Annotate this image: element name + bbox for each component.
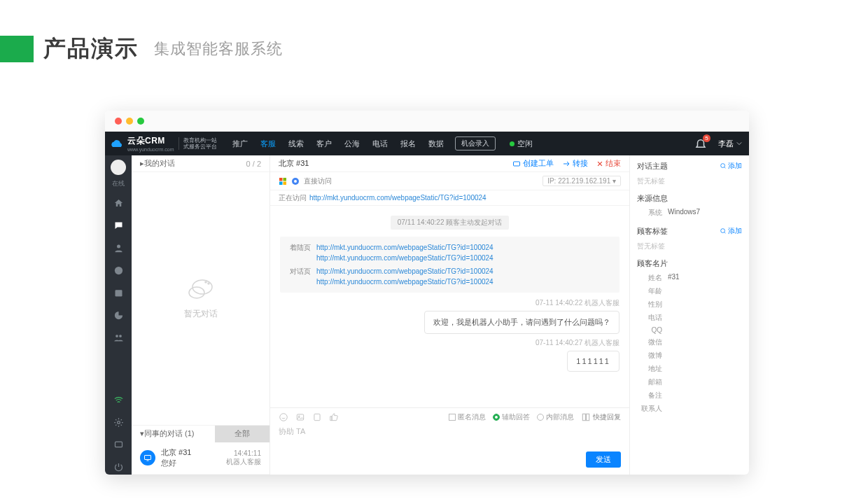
rail-group[interactable] (111, 330, 126, 345)
nav-tab[interactable]: 电话 (372, 139, 388, 149)
nav-tab[interactable]: 线索 (288, 139, 304, 149)
message-bubble: 111111 (567, 351, 620, 372)
event-pill: 07/11 14:40:22 顾客主动发起对话 (391, 216, 510, 230)
rail-person[interactable] (111, 240, 126, 255)
transfer-button[interactable]: 转接 (562, 158, 588, 169)
svg-rect-6 (115, 442, 122, 447)
window-titlebar (105, 111, 749, 132)
chat-header: 北京 #31 创建工单 转接 结束 (270, 155, 629, 172)
attachment-icon[interactable] (312, 412, 322, 422)
online-label: 在线 (112, 179, 125, 188)
timestamp: 07-11 14:40:27 机器人客服 (280, 338, 620, 348)
page-link[interactable]: http://mkt.yunduocrm.com/webpageStatic/T… (316, 254, 493, 262)
page-link[interactable]: http://mkt.yunduocrm.com/webpageStatic/T… (316, 278, 493, 286)
windows-icon (279, 177, 287, 186)
search-plus-icon (720, 162, 727, 169)
notifications-button[interactable]: 5 (694, 137, 707, 150)
chat-bubble-icon (187, 277, 215, 302)
nav-tab[interactable]: 客户 (316, 139, 332, 149)
brand-tagline: 教育机构一站 式服务云平台 (178, 137, 217, 150)
zoom-dot[interactable] (137, 118, 144, 125)
thumbs-up-icon[interactable] (329, 412, 339, 422)
message-list: 07/11 14:40:22 顾客主动发起对话 着陆页http://mkt.yu… (270, 206, 629, 407)
svg-point-9 (205, 281, 206, 283)
rail-settings[interactable] (111, 414, 126, 430)
ip-box[interactable]: IP: 221.219.162.191 ▾ (542, 176, 621, 186)
monitor-icon (140, 450, 155, 465)
ticket-icon (512, 160, 521, 168)
nav-tab[interactable]: 推广 (232, 139, 248, 149)
svg-rect-15 (279, 181, 283, 185)
minimize-dot[interactable] (126, 118, 133, 125)
anon-checkbox[interactable]: 匿名消息 (449, 412, 486, 422)
calendar-icon (113, 288, 124, 298)
rail-chart[interactable] (111, 307, 126, 323)
empty-state: 暂无对话 (132, 172, 270, 425)
info-panel: 对话主题 添加 暂无标签 来源信息 系统Windows7 顾客标签 添加 暂无标… (630, 155, 749, 475)
rail-wifi[interactable] (111, 392, 126, 407)
status-idle[interactable]: 空闲 (510, 139, 533, 149)
rail-help[interactable] (111, 437, 126, 452)
source-title: 来源信息 (637, 193, 742, 204)
rail-power[interactable] (111, 459, 126, 475)
colleague-conv-header[interactable]: ▾ 同事的对话 (1) 全部 (132, 425, 270, 442)
group-icon (113, 332, 124, 343)
my-conv-header[interactable]: ▸ 我的对话 0 / 2 (132, 155, 270, 172)
conversations-panel: ▸ 我的对话 0 / 2 暂无对话 ▾ 同事的对话 (1) 全部 北京 #31 … (132, 155, 270, 475)
send-button[interactable]: 发送 (586, 451, 621, 468)
svg-point-26 (721, 229, 725, 233)
record-button[interactable]: 机会录入 (455, 136, 496, 150)
nav-tab[interactable]: 公海 (344, 139, 360, 149)
composer: 匿名消息 辅助回答 内部消息 快捷回复 协助 TA 发送 (270, 407, 629, 475)
chat-panel: 北京 #31 创建工单 转接 结束 直接访问 IP: 221.219.162.1… (270, 155, 630, 475)
chat-icon (113, 220, 124, 231)
rail-check[interactable] (111, 262, 126, 278)
add-topic-button[interactable]: 添加 (720, 161, 742, 171)
access-bar: 直接访问 IP: 221.219.162.191 ▾ (270, 172, 629, 190)
message-input[interactable]: 协助 TA (279, 426, 621, 447)
accent-bar (0, 36, 34, 62)
all-button[interactable]: 全部 (215, 426, 270, 442)
svg-point-4 (119, 335, 122, 337)
rail-home[interactable] (111, 195, 126, 211)
svg-point-19 (280, 414, 288, 421)
timestamp: 07-11 14:40:22 机器人客服 (280, 298, 620, 308)
transfer-icon (562, 160, 570, 168)
slide-header: 产品演示 集成智能客服系统 (0, 0, 847, 78)
end-button[interactable]: 结束 (596, 158, 621, 169)
nav-tab[interactable]: 数据 (428, 139, 444, 149)
close-dot[interactable] (115, 118, 122, 125)
internal-radio[interactable]: 内部消息 (537, 412, 574, 422)
nav-tab[interactable]: 报名 (400, 139, 416, 149)
cloud-icon (109, 137, 123, 150)
avatar[interactable] (111, 160, 126, 175)
svg-rect-14 (284, 178, 287, 181)
add-tag-button[interactable]: 添加 (720, 226, 742, 236)
nav-tab[interactable]: 客服 (260, 139, 276, 149)
tag-title: 顾客标签 (637, 226, 668, 237)
pie-icon (113, 310, 124, 321)
svg-point-0 (117, 244, 120, 248)
rail-calendar[interactable] (111, 285, 126, 300)
svg-point-3 (115, 335, 118, 337)
svg-rect-2 (115, 290, 122, 296)
page-link[interactable]: http://mkt.yunduocrm.com/webpageStatic/T… (316, 267, 493, 275)
page-link[interactable]: http://mkt.yunduocrm.com/webpageStatic/T… (316, 244, 493, 251)
user-menu[interactable]: 李磊 (718, 139, 742, 149)
emoji-icon[interactable] (279, 412, 288, 422)
chevron-down-icon (736, 141, 742, 146)
quick-reply-button[interactable]: 快捷回复 (581, 412, 621, 422)
rail-chat[interactable] (111, 218, 126, 233)
brand-name: 云朵CRM (127, 135, 174, 147)
chrome-icon (291, 177, 300, 186)
power-icon (113, 462, 124, 472)
image-icon[interactable] (295, 412, 305, 422)
svg-point-1 (114, 266, 122, 274)
message-bubble: 欢迎，我是机器人小助手，请问遇到了什么问题吗？ (424, 311, 620, 334)
conversation-item[interactable]: 北京 #31 您好 14:41:11 机器人客服 (132, 442, 270, 475)
create-ticket-button[interactable]: 创建工单 (512, 158, 554, 169)
visiting-link[interactable]: http://mkt.yunduocrm.com/webpageStatic/T… (309, 194, 486, 202)
search-plus-icon (720, 227, 727, 234)
slide-title: 产品演示 (43, 34, 139, 64)
assist-radio[interactable]: 辅助回答 (493, 412, 530, 422)
